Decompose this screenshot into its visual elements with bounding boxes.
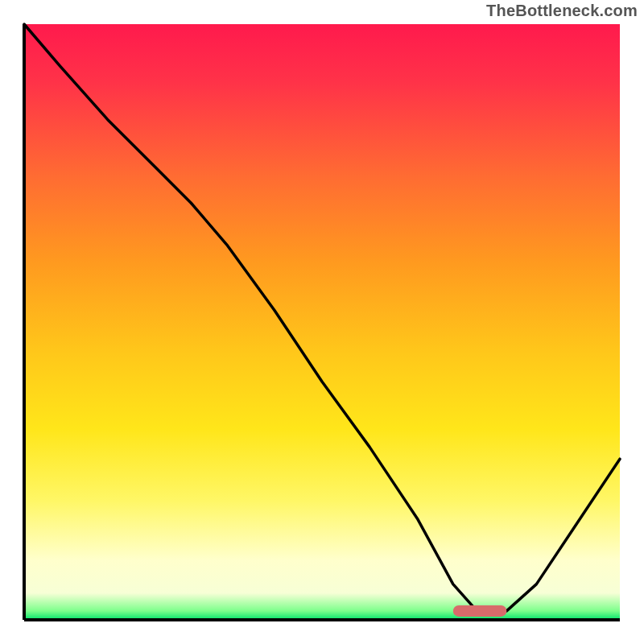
bottleneck-chart: TheBottleneck.com (0, 0, 644, 644)
optimal-range-marker (453, 605, 507, 617)
attribution-label: TheBottleneck.com (486, 2, 638, 20)
chart-canvas (0, 0, 644, 644)
plot-background (24, 24, 620, 620)
